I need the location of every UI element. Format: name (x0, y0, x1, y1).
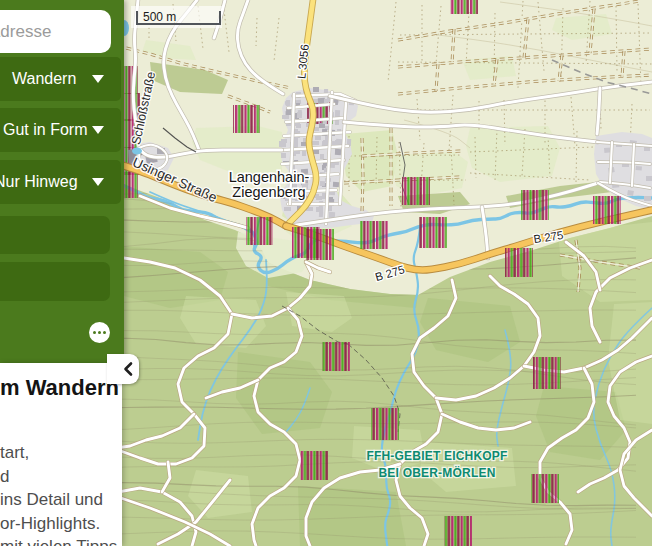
sidebar: Wandern Gut in Form Nur Hinweg (0, 0, 124, 363)
broken-tile-marker[interactable] (233, 105, 260, 133)
panel-text: tart, d ins Detail und or-Highlights. mi… (0, 441, 122, 546)
broken-tile-marker[interactable] (419, 217, 447, 248)
broken-tile-marker[interactable] (521, 190, 549, 220)
broken-tile-marker[interactable] (444, 516, 472, 546)
broken-tile-marker[interactable] (533, 357, 561, 389)
broken-tile-marker[interactable] (371, 408, 399, 440)
map-label: FFH-GEBIET EICHKOPF (366, 449, 507, 463)
dropdown-fitness[interactable]: Gut in Form (0, 108, 121, 152)
broken-tile-marker[interactable] (246, 217, 273, 245)
broken-tile-marker[interactable] (322, 342, 350, 371)
broken-tile-marker[interactable] (402, 177, 430, 205)
map-label: BEI OBER-MÖRLEN (379, 465, 496, 480)
dropdown-activity-label: Wandern (12, 70, 76, 88)
map-label: Ziegenberg (232, 184, 305, 200)
chevron-down-icon (92, 75, 104, 83)
ellipsis-dot (93, 331, 96, 334)
broken-tile-marker[interactable] (450, 0, 478, 14)
broken-tile-marker[interactable] (505, 248, 533, 277)
broken-tile-marker[interactable] (360, 221, 388, 249)
info-panel: m Wandern tart, d ins Detail und or-High… (0, 363, 122, 546)
sidebar-collapse-button[interactable] (107, 354, 139, 384)
scale-bar-label: 500 m (143, 10, 176, 24)
broken-tile-marker[interactable] (300, 451, 328, 480)
ellipsis-dot (98, 331, 101, 334)
broken-tile-marker[interactable] (531, 474, 559, 503)
ellipsis-dot (103, 331, 106, 334)
sidebar-button-2[interactable] (0, 262, 110, 301)
dropdown-route-type[interactable]: Nur Hinweg (0, 160, 121, 204)
more-options-button[interactable] (89, 322, 110, 343)
address-input[interactable] (0, 10, 111, 53)
broken-tile-marker[interactable] (306, 229, 334, 260)
chevron-down-icon (92, 178, 104, 186)
broken-tile-marker[interactable] (593, 196, 621, 224)
chevron-left-icon (123, 361, 133, 377)
scale-bar: 500 m (131, 6, 222, 28)
sidebar-button-1[interactable] (0, 216, 110, 254)
dropdown-fitness-label: Gut in Form (3, 121, 87, 139)
chevron-down-icon (92, 126, 104, 134)
dropdown-activity[interactable]: Wandern (0, 57, 121, 101)
dropdown-route-type-label: Nur Hinweg (0, 173, 78, 191)
panel-heading: m Wandern (0, 375, 119, 401)
